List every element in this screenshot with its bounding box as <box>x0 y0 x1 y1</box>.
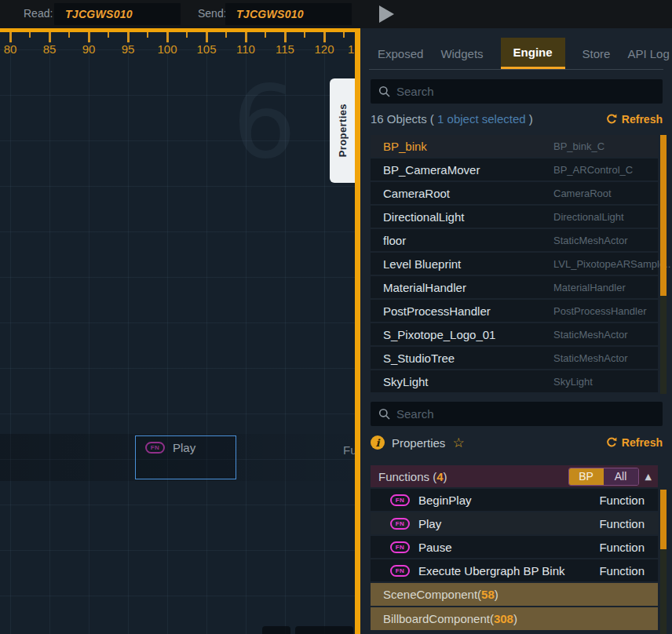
object-row[interactable]: Level Blueprint LVL_PixotopeARSample.. <box>371 253 658 275</box>
tab-widgets[interactable]: Widgets <box>440 38 483 69</box>
canvas-grid: 808590951001051101151201 6 FN Play Func … <box>0 32 355 634</box>
ruler-tick-label: 110 <box>230 42 261 56</box>
read-field[interactable]: TJCGWS010 <box>54 3 181 25</box>
function-row[interactable]: FN Execute Ubergraph BP Bink Function <box>371 559 658 581</box>
component-sections: SceneComponent (58) BillboardComponent (… <box>360 583 672 630</box>
properties-scrollbar[interactable] <box>660 490 667 634</box>
component-section-header[interactable]: SceneComponent (58) <box>371 583 658 606</box>
functions-list: FN BeginPlay Function FN Play Function F… <box>371 489 658 581</box>
function-name: BeginPlay <box>418 494 472 507</box>
object-type: DirectionalLight <box>553 211 624 223</box>
object-name: floor <box>383 234 406 247</box>
object-name: MaterialHandler <box>383 281 466 294</box>
object-row[interactable]: BP_CameraMover BP_ARControl_C <box>371 158 658 180</box>
object-type: StaticMeshActor <box>553 352 628 364</box>
object-type: BP_ARControl_C <box>553 164 633 176</box>
ruler-tick-label: 90 <box>73 42 104 56</box>
tab-label: Engine <box>513 46 553 59</box>
info-icon[interactable]: i <box>371 435 385 450</box>
object-type: StaticMeshActor <box>553 329 628 341</box>
ruler-tick-label: 85 <box>34 42 65 56</box>
ruler-tick-minor <box>265 32 266 38</box>
bottom-edge-shape <box>295 626 353 634</box>
drag-ghost-clipped-text: Func <box>343 443 355 457</box>
bottom-edge-shape <box>262 626 290 634</box>
function-row[interactable]: FN Pause Function <box>371 536 658 558</box>
object-row[interactable]: S_Pixotope_Logo_01 StaticMeshActor <box>371 323 658 345</box>
ruler-tick-major <box>127 32 130 42</box>
ruler-tick-major <box>245 32 247 42</box>
properties-title: Properties <box>392 436 445 450</box>
object-type: LVL_PixotopeARSample.. <box>553 258 670 270</box>
object-row[interactable]: S_StudioTree StaticMeshActor <box>371 347 658 369</box>
ruler-tick-minor <box>343 32 345 38</box>
send-field[interactable]: TJCGWS010 <box>225 3 352 25</box>
object-name: S_StudioTree <box>383 352 455 365</box>
selection-count: 1 object selected <box>437 112 526 126</box>
objects-scrollbar-thumb[interactable] <box>660 135 667 296</box>
functions-section-title: Functions (4) <box>378 470 447 483</box>
search-icon <box>378 408 390 420</box>
tab-api-log[interactable]: API Log <box>627 38 669 69</box>
object-name: S_Pixotope_Logo_01 <box>383 328 495 341</box>
tab-exposed[interactable]: Exposed <box>378 38 423 69</box>
bp-filter-button[interactable]: BP <box>569 468 604 485</box>
tab-store[interactable]: Store <box>583 38 611 69</box>
object-name: BP_bink <box>383 140 427 153</box>
ruler-tick-major <box>206 32 208 42</box>
function-row[interactable]: FN Play Function <box>371 512 658 534</box>
properties-scrollbar-thumb[interactable] <box>660 490 667 549</box>
functions-section-header[interactable]: Functions (4) BP All ▲ <box>371 465 658 487</box>
star-icon[interactable]: ☆ <box>452 435 464 450</box>
tab-engine[interactable]: Engine <box>501 38 565 69</box>
object-row[interactable]: MaterialHandler MaterialHandler <box>371 276 658 298</box>
objects-search-input[interactable] <box>396 85 632 98</box>
properties-search-input[interactable] <box>396 407 632 421</box>
watermark-digit: 6 <box>232 64 296 180</box>
ruler-tick-major <box>284 32 287 42</box>
ruler-tick-label: 95 <box>112 42 144 56</box>
ruler-tick-minor <box>225 32 227 38</box>
object-name: BP_CameraMover <box>383 163 480 177</box>
objects-refresh-button[interactable]: Refresh <box>606 113 663 126</box>
object-row[interactable]: floor StaticMeshActor <box>371 229 658 251</box>
properties-side-tab[interactable]: Properties <box>330 78 355 183</box>
ruler-tick-major <box>166 32 169 42</box>
tab-label: Exposed <box>378 47 423 60</box>
collapse-arrow-icon[interactable]: ▲ <box>645 472 652 482</box>
refresh-icon <box>606 437 617 448</box>
panel-tabbar: Exposed Widgets Engine Store API Log <box>360 28 672 69</box>
tabbar-divider <box>369 69 663 70</box>
graph-canvas[interactable]: 808590951001051101151201 6 FN Play Func … <box>0 28 360 634</box>
function-badge-icon: FN <box>390 494 410 506</box>
refresh-icon <box>606 114 617 125</box>
ruler-tick-minor <box>147 32 148 38</box>
properties-refresh-button[interactable]: Refresh <box>606 436 663 449</box>
search-icon <box>378 86 390 97</box>
object-row[interactable]: BP_bink BP_bink_C <box>371 135 658 157</box>
ruler-tick-major <box>49 32 51 42</box>
object-row[interactable]: CameraRoot CameraRoot <box>371 182 658 204</box>
objects-header: 16 Objects ( 1 object selected ) Refresh <box>371 104 663 135</box>
object-type: BP_bink_C <box>553 140 604 152</box>
drag-ghost-label: Play <box>173 441 195 454</box>
object-type: PostProcessHandler <box>553 305 647 317</box>
objects-searchbox[interactable] <box>371 79 663 104</box>
send-label: Send: <box>198 7 227 20</box>
object-row[interactable]: SkyLight SkyLight <box>371 370 658 392</box>
object-row[interactable]: DirectionalLight DirectionalLight <box>371 206 658 228</box>
ruler-tick-minor <box>68 32 70 38</box>
properties-searchbox[interactable] <box>371 402 663 426</box>
objects-scrollbar[interactable] <box>660 135 667 394</box>
all-filter-button[interactable]: All <box>604 468 638 485</box>
function-row[interactable]: FN BeginPlay Function <box>371 489 658 511</box>
play-icon[interactable] <box>379 5 394 23</box>
drag-ghost-play[interactable]: FN Play <box>135 435 236 479</box>
tab-label: Store <box>583 47 611 60</box>
functions-header-controls: BP All ▲ <box>568 468 652 486</box>
ruler-tick-major <box>9 32 12 42</box>
object-row[interactable]: PostProcessHandler PostProcessHandler <box>371 300 658 322</box>
function-badge-icon: FN <box>390 565 410 577</box>
component-section-header[interactable]: BillboardComponent (308) <box>371 607 658 630</box>
right-panel: Exposed Widgets Engine Store API Log 16 … <box>360 28 672 634</box>
